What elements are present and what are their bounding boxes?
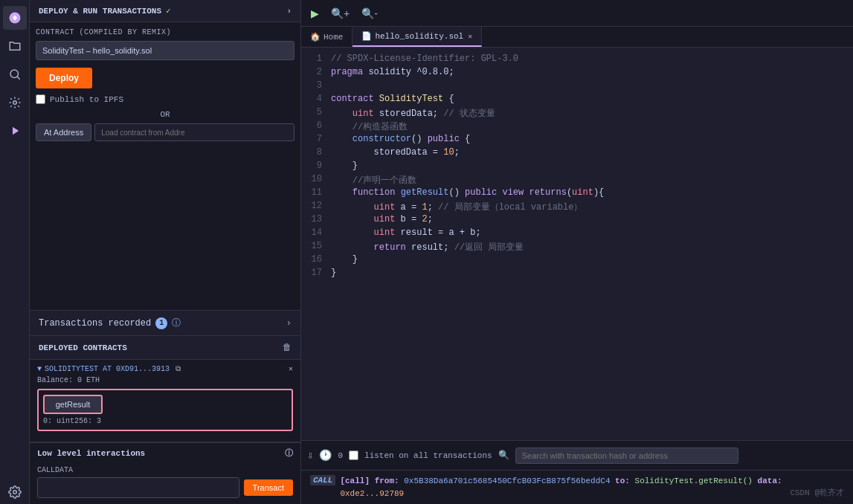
zoom-in-button[interactable]: 🔍+ — [327, 5, 353, 22]
listen-checkbox[interactable] — [349, 450, 358, 460]
code-line: 14 uint result = a + b; — [301, 227, 853, 241]
info-icon[interactable]: ⓘ — [172, 317, 181, 329]
get-result-button[interactable]: getResult — [43, 395, 103, 414]
panel-header: DEPLOY & RUN TRANSACTIONS ✓ › — [30, 0, 300, 22]
line-number: 16 — [301, 254, 331, 265]
code-line: 1// SPDX-License-Identifier: GPL-3.0 — [301, 54, 853, 67]
line-number: 5 — [301, 107, 331, 117]
low-level-header: Low level interactions ⓘ — [30, 442, 300, 463]
line-number: 11 — [301, 187, 331, 198]
code-line: 16 } — [301, 254, 853, 268]
trash-icon[interactable]: 🗑 — [283, 342, 292, 353]
line-number: 9 — [301, 161, 331, 171]
collapse-chevron-icon[interactable]: ▼ — [37, 365, 42, 373]
low-level-info-icon[interactable]: ⓘ — [285, 448, 293, 459]
home-icon: 🏠 — [310, 32, 321, 42]
line-number: 6 — [301, 120, 331, 131]
line-code: // SPDX-License-Identifier: GPL-3.0 — [331, 54, 530, 64]
close-tab-icon[interactable]: ✕ — [468, 32, 472, 41]
line-code: } — [331, 268, 348, 278]
editor-toolbar: ▶ 🔍+ 🔍- — [301, 0, 853, 27]
at-address-row: At Address — [36, 123, 294, 141]
tab-home-label: Home — [324, 33, 343, 42]
console-bar: ⇩ 🕐 0 listen on all transactions 🔍 — [301, 440, 853, 470]
line-number: 2 — [301, 67, 331, 77]
calldata-input[interactable] — [37, 477, 239, 498]
line-code: constructor() public { — [331, 134, 482, 144]
call-badge: CALL — [310, 475, 335, 485]
deploy-run-icon[interactable] — [3, 119, 27, 143]
code-line: 2pragma solidity ^0.8.0; — [301, 67, 853, 80]
code-line: 7 constructor() public { — [301, 134, 853, 147]
svg-point-4 — [13, 491, 16, 494]
copy-icon[interactable]: ⧉ — [176, 365, 181, 373]
at-address-button[interactable]: At Address — [36, 123, 91, 141]
compiler-icon[interactable] — [3, 91, 27, 114]
balance-display: Balance: 0 ETH — [37, 376, 293, 384]
console-down-icon[interactable]: ⇩ — [307, 449, 313, 462]
line-code: function getResult() public view returns… — [331, 187, 616, 198]
line-number: 1 — [301, 54, 331, 64]
code-line: 12 uint a = 1; // 局部变量（local variable） — [301, 201, 853, 214]
get-result-box: getResult 0: uint256: 3 — [37, 389, 293, 431]
line-number: 12 — [301, 201, 331, 211]
contract-select[interactable]: SolidityTest – hello_solidity.sol — [36, 41, 294, 60]
panel-title: DEPLOY & RUN TRANSACTIONS — [39, 7, 161, 16]
result-value-display: 0: uint256: 3 — [43, 417, 287, 425]
line-number: 14 — [301, 227, 331, 238]
console-count: 0 — [338, 451, 343, 460]
code-line: 5 uint storedData; // 状态变量 — [301, 107, 853, 120]
code-line: 3 — [301, 80, 853, 94]
code-line: 9 } — [301, 161, 853, 174]
tab-hello-label: hello_solidity.sol — [375, 32, 463, 41]
low-level-title: Low level interactions — [37, 449, 145, 458]
code-line: 10 //声明一个函数 — [301, 174, 853, 187]
settings-icon[interactable] — [3, 480, 27, 504]
deploy-button[interactable]: Deploy — [36, 68, 92, 88]
line-code: } — [331, 254, 370, 265]
line-number: 8 — [301, 147, 331, 158]
code-line: 4contract SolidityTest { — [301, 94, 853, 107]
at-address-input[interactable] — [94, 123, 294, 141]
zoom-out-button[interactable]: 🔍- — [358, 5, 382, 22]
deployed-contracts-header: Deployed Contracts 🗑 — [30, 336, 300, 360]
line-code: uint b = 2; — [331, 214, 445, 224]
to-function: SolidityTest.getResult() — [635, 476, 753, 485]
tab-home[interactable]: 🏠 Home — [301, 28, 353, 46]
console-search-icon[interactable]: 🔍 — [498, 450, 509, 461]
header-arrow-icon[interactable]: › — [286, 7, 292, 16]
line-code — [331, 80, 348, 91]
svg-line-2 — [17, 77, 19, 79]
svg-point-3 — [13, 101, 16, 105]
remix-logo-icon[interactable] — [3, 6, 27, 30]
code-line: 13 uint b = 2; — [301, 214, 853, 227]
line-code: contract SolidityTest { — [331, 94, 466, 104]
contract-label: CONTRACT (Compiled by Remix) — [36, 28, 294, 36]
code-line: 6 //构造器函数 — [301, 120, 853, 134]
close-contract-icon[interactable]: ✕ — [289, 364, 293, 373]
clock-icon[interactable]: 🕐 — [319, 449, 332, 462]
transactions-arrow-icon[interactable]: › — [286, 318, 292, 329]
transactions-bar[interactable]: Transactions recorded 1 ⓘ › — [30, 310, 300, 336]
call-data-value: 0xde2...92789 — [340, 489, 404, 498]
line-number: 15 — [301, 241, 331, 251]
transact-button[interactable]: Transact — [244, 479, 293, 496]
file-explorer-icon[interactable] — [3, 34, 27, 58]
publish-ipfs-checkbox[interactable] — [36, 94, 45, 104]
run-button[interactable]: ▶ — [307, 5, 323, 22]
line-code: uint result = a + b; — [331, 227, 493, 238]
tab-hello-solidity[interactable]: 📄 hello_solidity.sol ✕ — [353, 27, 482, 47]
code-editor[interactable]: 1// SPDX-License-Identifier: GPL-3.02pra… — [301, 48, 853, 440]
line-code: //构造器函数 — [331, 120, 419, 133]
transactions-badge: 1 — [155, 317, 167, 329]
code-line: 11 function getResult() public view retu… — [301, 187, 853, 201]
line-code: //声明一个函数 — [331, 174, 428, 187]
line-code: uint storedData; // 状态变量 — [331, 107, 507, 120]
deployed-title: Deployed Contracts — [39, 343, 127, 352]
call-bracket: [call] — [340, 476, 370, 485]
code-line: 15 return result; //返回 局部变量 — [301, 241, 853, 254]
calldata-input-row: Transact — [37, 477, 293, 498]
console-search-input[interactable] — [515, 448, 738, 464]
file-icon: 📄 — [361, 31, 372, 41]
search-icon[interactable] — [3, 62, 27, 86]
